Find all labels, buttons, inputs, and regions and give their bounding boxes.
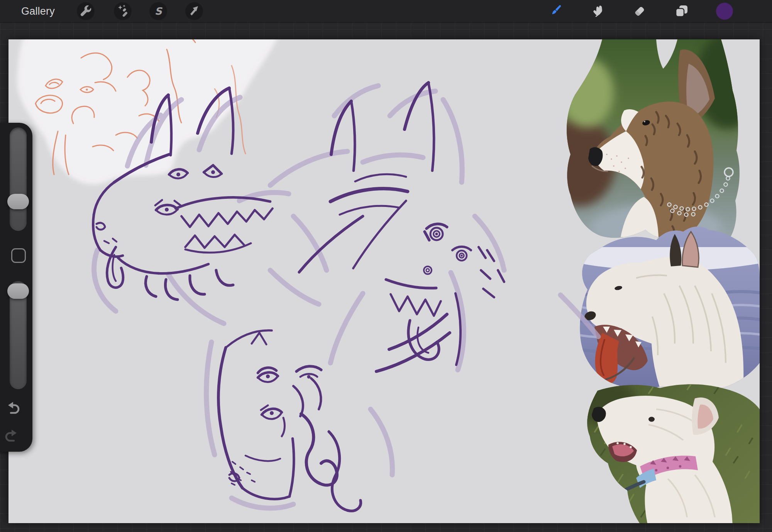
selection-button[interactable]: S	[149, 2, 167, 20]
brush-size-thumb[interactable]	[7, 194, 29, 209]
gallery-button[interactable]: Gallery	[21, 0, 55, 22]
redo-icon	[5, 427, 20, 442]
magic-wand-icon	[114, 2, 132, 20]
reference-photo-white-bull-terrier-sea	[577, 224, 760, 394]
selection-s-icon: S	[149, 2, 167, 20]
paintbrush-icon	[547, 2, 565, 20]
drawing-canvas[interactable]	[8, 39, 760, 523]
active-color-swatch[interactable]	[716, 3, 733, 20]
brush-opacity-slider[interactable]	[10, 281, 27, 389]
actions-button[interactable]	[77, 2, 95, 20]
brush-opacity-thumb[interactable]	[7, 283, 29, 299]
top-toolbar: Gallery S	[0, 0, 772, 22]
transform-button[interactable]	[185, 2, 203, 20]
undo-icon	[5, 399, 20, 415]
eraser-icon	[631, 2, 648, 20]
canvas-artwork	[8, 39, 760, 523]
adjustments-button[interactable]	[114, 2, 132, 20]
smudge-tool-button[interactable]	[589, 2, 606, 20]
modify-button[interactable]	[11, 248, 26, 263]
procreate-workspace: { "topbar": { "gallery_label": "Gallery"…	[0, 0, 772, 532]
wrench-icon	[77, 2, 95, 20]
redo-button[interactable]	[5, 427, 20, 442]
sketch-bottom-head	[218, 330, 361, 511]
svg-text:S: S	[155, 5, 163, 17]
paint-tool-button[interactable]	[547, 2, 565, 20]
brush-size-slider[interactable]	[10, 127, 27, 231]
layers-icon	[673, 2, 691, 20]
smudge-finger-icon	[589, 2, 606, 20]
erase-tool-button[interactable]	[631, 2, 648, 20]
sketch-right-head	[299, 83, 504, 371]
undo-button[interactable]	[5, 399, 20, 415]
move-arrow-icon	[185, 2, 203, 20]
reference-photo-brindle-bull-terrier	[542, 39, 760, 251]
reference-photo-white-bull-terrier-grass	[567, 378, 760, 523]
layers-button[interactable]	[673, 2, 691, 20]
brush-sidebar	[0, 123, 32, 452]
